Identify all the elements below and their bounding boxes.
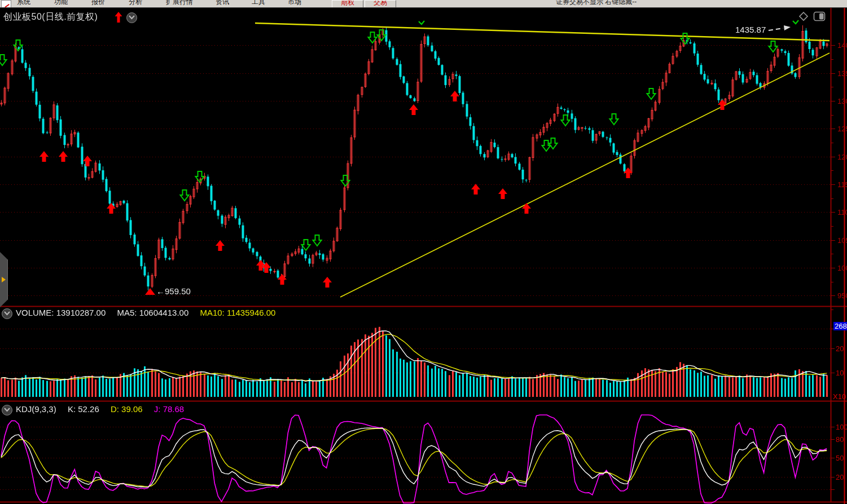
menu-hot-item-2[interactable]: 交易	[365, 0, 396, 8]
menu-item-3[interactable]: 报价	[91, 0, 105, 7]
chart-canvas[interactable]	[0, 0, 847, 504]
trading-app-window: 系统功能报价分析扩展行情资讯工具市场 期权交易 证券交易不显示 右键隐藏-- 创…	[0, 0, 847, 504]
kdj-panel-label: KDJ(9,3,3) K: 52.26 D: 39.06 J: 78.68	[16, 404, 184, 414]
menu-caption: 证券交易不显示 右键隐藏--	[556, 0, 637, 7]
chart-title: 创业板50(日线.前复权)	[3, 11, 98, 23]
price-axis-label: 1050	[837, 236, 847, 245]
panel-layout-icon[interactable]	[813, 11, 826, 21]
price-axis-label: 1250	[837, 125, 847, 133]
volume-panel-label: VOLUME: 13910287.00 MA5: 10604413.00 MA1…	[16, 308, 284, 317]
menu-item-4[interactable]: 分析	[129, 0, 142, 7]
menu-bar: 系统功能报价分析扩展行情资讯工具市场 期权交易 证券交易不显示 右键隐藏--	[0, 0, 847, 8]
kdj-axis-label: 50	[836, 454, 847, 462]
volume-axis-max-badge: 268	[833, 322, 847, 330]
price-axis-label: 1100	[837, 208, 847, 216]
dashed-arrow-icon	[767, 24, 793, 33]
kdj-axis-label: 80	[836, 435, 847, 444]
volume-axis-label: 10	[836, 369, 847, 377]
app-logo-icon[interactable]	[1, 0, 11, 8]
price-axis-label: 1150	[837, 180, 847, 189]
kdj-axis-label: 20	[836, 473, 847, 481]
price-axis-label: 1400	[837, 41, 847, 50]
diamond-icon[interactable]	[798, 11, 809, 21]
volume-axis-label: 20	[836, 344, 847, 353]
high-price-annotation: 1435.87	[735, 25, 766, 34]
menu-item-5[interactable]: 扩展行情	[166, 0, 193, 7]
menu-item-1[interactable]: 系统	[17, 0, 30, 7]
low-price-annotation: ←959.50	[156, 286, 191, 296]
expand-arrow-icon	[2, 277, 6, 282]
price-axis-label: 1300	[837, 97, 847, 105]
sidebar-flyout-handle[interactable]	[0, 252, 8, 307]
price-axis-label: 1000	[837, 264, 847, 272]
menu-item-6[interactable]: 资讯	[216, 0, 229, 7]
price-axis-label: 1350	[837, 69, 847, 78]
menu-item-2[interactable]: 功能	[54, 0, 68, 7]
kdj-axis-label: 100	[836, 423, 847, 431]
volume-axis-multiplier: X10	[833, 392, 846, 401]
red-up-arrow-icon	[115, 12, 122, 23]
price-axis-label: 950	[837, 291, 847, 300]
menu-item-8[interactable]: 市场	[288, 0, 301, 7]
price-axis-label: 1200	[837, 153, 847, 161]
menu-item-7[interactable]: 工具	[252, 0, 265, 7]
menu-hot-item-1[interactable]: 期权	[332, 0, 363, 8]
